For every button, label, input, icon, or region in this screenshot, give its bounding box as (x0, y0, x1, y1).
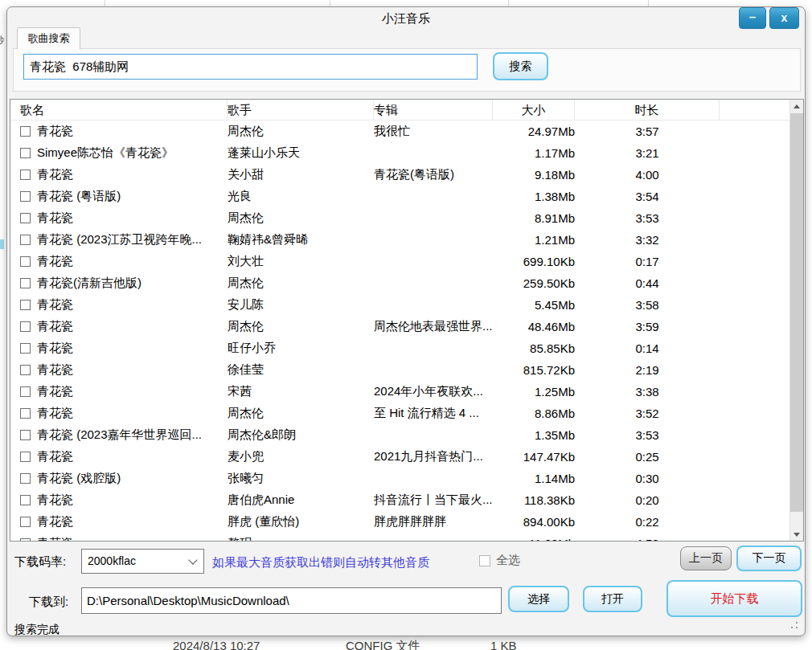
background-text-fragment: n (0, 354, 5, 366)
scroll-down-icon (794, 533, 800, 537)
table-row[interactable]: 青花瓷唐伯虎Annie抖音流行丨当下最火...118.38Kb0:20 (10, 489, 789, 511)
vertical-scrollbar[interactable] (789, 100, 803, 541)
song-duration: 3:53 (575, 211, 720, 225)
row-checkbox[interactable] (20, 300, 31, 310)
chevron-down-icon (188, 555, 197, 564)
quality-hint-text: 如果最大音质获取出错则自动转其他音质 (212, 555, 429, 570)
start-download-button[interactable]: 开始下载 (666, 580, 802, 617)
background-highlight-sliver (0, 239, 4, 249)
song-size: 147.47Kb (493, 450, 575, 464)
song-singer: 麦小兜 (228, 449, 374, 464)
search-button[interactable]: 搜索 (493, 52, 548, 80)
row-checkbox[interactable] (20, 538, 31, 541)
background-file-date: 2024/8/13 10:27 (173, 639, 260, 650)
next-page-button[interactable]: 下一页 (736, 546, 802, 571)
table-row[interactable]: 青花瓷周杰伦周杰伦地表最强世界...48.46Mb3:59 (10, 316, 789, 337)
bitrate-value: 2000kflac (88, 554, 136, 567)
table-row[interactable]: 青花瓷(清新吉他版)周杰伦259.50Kb0:44 (10, 272, 789, 294)
background-text-fragment: s (0, 176, 5, 187)
select-all-label: 全选 (496, 553, 520, 568)
download-to-label: 下载到: (29, 595, 68, 610)
song-size: 1.21Mb (493, 233, 575, 247)
row-checkbox[interactable] (20, 386, 31, 397)
table-row[interactable]: 青花瓷宋茜2024年小年夜联欢...1.25Mb3:38 (10, 381, 789, 403)
background-file-type: CONFIG 文件 (346, 639, 420, 650)
resize-grip[interactable] (796, 627, 798, 628)
scroll-up-button[interactable] (790, 100, 804, 113)
table-row[interactable]: 青花瓷麦小兜2021九月抖音热门...147.47Kb0:25 (10, 446, 789, 468)
column-header-singer[interactable]: 歌手 (228, 100, 374, 120)
song-duration: 3:53 (575, 428, 720, 442)
song-duration: 0:14 (575, 341, 720, 355)
song-duration: 0:30 (575, 472, 720, 485)
table-row[interactable]: 青花瓷 (2023嘉年华世界巡回...周杰伦&郎朗1.35Mb3:53 (10, 424, 789, 446)
column-header-duration[interactable]: 时长 (575, 100, 720, 120)
choose-folder-button[interactable]: 选择 (508, 586, 569, 612)
bitrate-select[interactable]: 2000kflac (81, 549, 204, 574)
row-checkbox[interactable] (20, 148, 31, 158)
song-singer: 周杰伦&郎朗 (228, 427, 374, 443)
song-album: 2021九月抖音热门... (374, 449, 493, 464)
table-row[interactable]: 青花瓷关小甜青花瓷(粤语版)9.18Mb4:00 (10, 164, 789, 186)
table-row[interactable]: 青花瓷刘大壮699.10Kb0:17 (10, 251, 789, 272)
tab-song-search[interactable]: 歌曲搜索 (17, 27, 80, 49)
table-row[interactable]: 青花瓷鏊玥11.39Mb4:58 (10, 533, 789, 541)
table-row[interactable]: 青花瓷周杰伦至 Hit 流行精选 4 ...8.86Mb3:52 (10, 403, 789, 424)
song-album: 2024年小年夜联欢... (374, 384, 493, 399)
close-button[interactable]: x (769, 7, 799, 29)
song-album: 青花瓷(粤语版) (374, 167, 493, 182)
scroll-down-button[interactable] (790, 527, 804, 541)
row-checkbox[interactable] (20, 452, 31, 462)
minimize-button[interactable]: – (739, 7, 766, 29)
select-all-checkbox[interactable]: 全选 (479, 553, 520, 568)
row-checkbox[interactable] (20, 170, 31, 180)
row-checkbox[interactable] (20, 235, 31, 245)
background-text-fragment: e (0, 510, 5, 521)
scrollbar-thumb[interactable] (790, 113, 804, 512)
row-checkbox[interactable] (20, 191, 31, 202)
song-name: 青花瓷 (粤语版) (37, 189, 121, 204)
table-row[interactable]: 青花瓷旺仔小乔85.85Kb0:14 (10, 337, 789, 359)
row-checkbox[interactable] (20, 517, 31, 527)
column-header-album[interactable]: 专辑 (374, 100, 493, 120)
column-header-name[interactable]: 歌名 (10, 100, 228, 120)
status-text: 搜索完成 (14, 623, 59, 637)
table-row[interactable]: 青花瓷安儿陈5.45Mb3:58 (10, 294, 789, 316)
row-checkbox[interactable] (20, 321, 31, 332)
table-row[interactable]: 青花瓷周杰伦8.91Mb3:53 (10, 207, 789, 229)
table-row[interactable]: 青花瓷 (粤语版)光良1.38Mb3:54 (10, 186, 789, 207)
song-singer: 徐佳莹 (228, 362, 374, 378)
song-size: 9.18Mb (493, 168, 575, 182)
song-singer: 光良 (228, 189, 374, 204)
song-size: 699.10Kb (493, 255, 575, 268)
song-name: 青花瓷 (37, 167, 73, 182)
row-checkbox[interactable] (20, 256, 31, 267)
row-checkbox[interactable] (20, 343, 31, 354)
search-input[interactable] (23, 54, 478, 80)
row-checkbox[interactable] (20, 430, 31, 440)
table-row[interactable]: 青花瓷胖虎 (董欣怡)胖虎胖胖胖胖894.00Kb0:22 (10, 511, 789, 533)
song-name: 青花瓷 (37, 406, 73, 421)
row-checkbox[interactable] (20, 495, 31, 505)
row-checkbox[interactable] (20, 365, 31, 375)
table-row[interactable]: 青花瓷 (戏腔版)张曦匀1.14Mb0:30 (10, 468, 789, 489)
table-row[interactable]: 青花瓷周杰伦我很忙24.97Mb3:57 (10, 121, 789, 142)
song-size: 259.50Kb (493, 276, 575, 290)
row-checkbox[interactable] (20, 278, 31, 288)
column-header-size[interactable]: 大小 (493, 100, 575, 120)
scroll-up-icon (794, 104, 800, 108)
table-row[interactable]: 青花瓷 (2023江苏卫视跨年晚...鞠婧祎&曾舜晞1.21Mb3:32 (10, 229, 789, 251)
open-folder-button[interactable]: 打开 (583, 586, 642, 612)
song-singer: 刘大壮 (228, 254, 374, 269)
row-checkbox[interactable] (20, 126, 31, 137)
song-duration: 0:44 (575, 276, 720, 290)
download-path-input[interactable] (81, 587, 502, 614)
row-checkbox[interactable] (20, 473, 31, 484)
row-checkbox[interactable] (20, 213, 31, 223)
song-duration: 0:22 (575, 515, 720, 529)
prev-page-button[interactable]: 上一页 (680, 546, 732, 570)
table-row[interactable]: 青花瓷徐佳莹815.72Kb2:19 (10, 359, 789, 381)
row-checkbox[interactable] (20, 408, 31, 419)
song-duration: 3:21 (575, 146, 720, 160)
table-row[interactable]: Simyee陈芯怡《青花瓷》蓬莱山小乐天1.17Mb3:21 (10, 142, 789, 164)
